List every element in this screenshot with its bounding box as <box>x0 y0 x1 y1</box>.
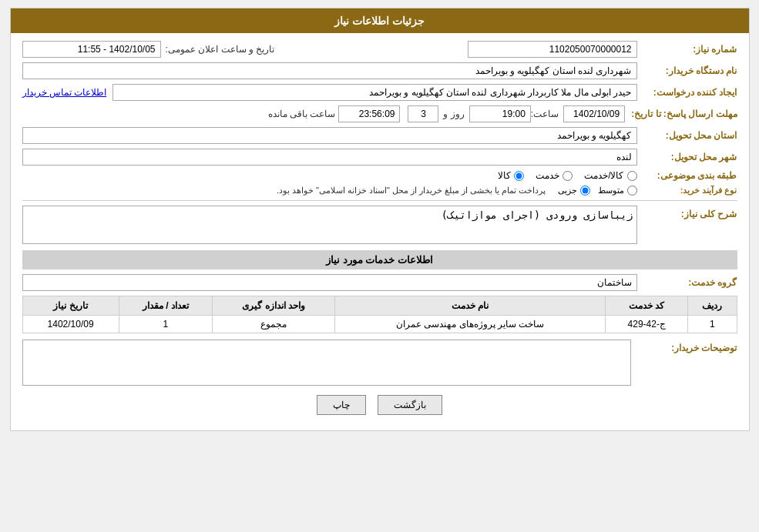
back-button[interactable]: بازگشت <box>378 395 442 415</box>
description-row: شرح کلی نیاز: <box>22 206 737 244</box>
buyer-notes-row: توضیحات خریدار: <box>22 340 737 386</box>
kala-label: کالا <box>498 170 511 181</box>
cell-radif: 1 <box>688 316 737 333</box>
response-time: 19:00 <box>469 105 531 122</box>
request-number-value: 1102050070000012 <box>468 41 637 58</box>
page-title: جزئیات اطلاعات نیاز <box>334 15 425 27</box>
buyer-org-label: نام دستگاه خریدار: <box>637 65 737 76</box>
category-label: طبقه بندی موضوعی: <box>637 170 737 181</box>
process-row: نوع فرآیند خرید: متوسط جزیی پرداخت تمام … <box>22 186 737 196</box>
col-radif: ردیف <box>688 296 737 316</box>
buyer-org-value: شهرداری لنده استان کهگیلویه و بویراحمد <box>22 62 637 79</box>
response-deadline-row: مهلت ارسال پاسخ: تا تاریخ: 1402/10/09 سا… <box>22 105 737 122</box>
process-label: نوع فرآیند خرید: <box>637 186 737 196</box>
col-unit: واحد اندازه گیری <box>213 296 335 316</box>
request-number-label: شماره نیاز: <box>637 44 737 55</box>
category-radio-group: کالا/خدمت خدمت کالا <box>498 170 636 181</box>
page-container: جزئیات اطلاعات نیاز شماره نیاز: 11020500… <box>10 8 750 431</box>
contact-link[interactable]: اطلاعات تماس خریدار <box>22 87 107 98</box>
radio-khedmat[interactable] <box>563 171 573 181</box>
col-code: کد خدمت <box>606 296 688 316</box>
cell-code: ج-42-429 <box>606 316 688 333</box>
khedmat-label: خدمت <box>536 170 559 181</box>
response-date: 1402/10/09 <box>563 105 625 122</box>
response-time-label: ساعت: <box>531 109 559 119</box>
province-value: کهگیلویه و بویراحمد <box>22 127 637 144</box>
buttons-row: بازگشت چاپ <box>22 395 737 415</box>
main-content: شماره نیاز: 1102050070000012 تاریخ و ساع… <box>11 33 749 430</box>
cell-date: 1402/10/09 <box>22 316 119 333</box>
request-number-row: شماره نیاز: 1102050070000012 تاریخ و ساع… <box>22 41 737 58</box>
divider-1 <box>22 200 737 201</box>
category-row: طبقه بندی موضوعی: کالا/خدمت خدمت کالا <box>22 170 737 181</box>
response-days: 3 <box>408 105 438 122</box>
remaining-time-group: 23:56:09 ساعت باقی مانده <box>268 105 401 122</box>
motavasset-label: متوسط <box>598 186 624 196</box>
creator-label: ایجاد کننده درخواست: <box>637 87 737 98</box>
process-motavasset: متوسط <box>598 186 637 196</box>
services-table: ردیف کد خدمت نام خدمت واحد اندازه گیری ت… <box>22 296 737 333</box>
process-options: متوسط جزیی <box>558 186 637 196</box>
col-count: تعداد / مقدار <box>119 296 213 316</box>
radio-kala[interactable] <box>514 171 524 181</box>
buyer-notes-textarea[interactable] <box>22 340 631 386</box>
city-row: شهر محل تحویل: لنده <box>22 149 737 166</box>
creator-value: حیدر ابولی مال ملا کاربردار شهرداری لنده… <box>113 84 636 101</box>
service-group-value: ساختمان <box>22 274 637 291</box>
buyer-notes-label: توضیحات خریدار: <box>637 340 737 353</box>
creator-row: ایجاد کننده درخواست: حیدر ابولی مال ملا … <box>22 84 737 101</box>
province-row: استان محل تحویل: کهگیلویه و بویراحمد <box>22 127 737 144</box>
print-button[interactable]: چاپ <box>317 395 366 415</box>
page-header: جزئیات اطلاعات نیاز <box>11 8 749 33</box>
service-group-row: گروه خدمت: ساختمان <box>22 274 737 291</box>
col-date: تاریخ نیاز <box>22 296 119 316</box>
response-day-label: روز و <box>443 109 464 119</box>
process-jazyi: جزیی <box>558 186 590 196</box>
category-kala: کالا <box>498 170 524 181</box>
announce-value: 1402/10/05 - 11:55 <box>22 41 161 58</box>
city-value: لنده <box>22 149 637 166</box>
description-label: شرح کلی نیاز: <box>637 206 737 219</box>
announce-label: تاریخ و ساعت اعلان عمومی: <box>166 44 275 55</box>
cell-unit: مجموع <box>213 316 335 333</box>
category-khedmat: خدمت <box>536 170 573 181</box>
jazyi-label: جزیی <box>558 186 577 196</box>
buyer-org-row: نام دستگاه خریدار: شهرداری لنده استان که… <box>22 62 737 79</box>
description-textarea[interactable] <box>22 206 637 244</box>
radio-motavasset[interactable] <box>627 186 637 196</box>
response-deadline-label: مهلت ارسال پاسخ: تا تاریخ: <box>625 109 737 119</box>
cell-count: 1 <box>119 316 213 333</box>
remaining-time-label: ساعت باقی مانده <box>268 109 336 119</box>
category-kala-khedmat: کالا/خدمت <box>584 170 636 181</box>
province-label: استان محل تحویل: <box>637 130 737 141</box>
process-desc: پرداخت تمام یا بخشی از مبلغ خریدار از مح… <box>277 186 546 196</box>
kala-khedmat-label: کالا/خدمت <box>584 170 623 181</box>
services-section-header: اطلاعات خدمات مورد نیاز <box>22 250 737 269</box>
radio-jazyi[interactable] <box>580 186 590 196</box>
cell-name: ساخت سایر پروژه‌های مهندسی عمران <box>334 316 606 333</box>
radio-kala-khedmat[interactable] <box>627 171 637 181</box>
service-group-label: گروه خدمت: <box>637 277 737 288</box>
table-row: 1ج-42-429ساخت سایر پروژه‌های مهندسی عمرا… <box>22 316 737 333</box>
remaining-time-value: 23:56:09 <box>338 105 400 122</box>
col-name: نام خدمت <box>334 296 606 316</box>
city-label: شهر محل تحویل: <box>637 152 737 162</box>
